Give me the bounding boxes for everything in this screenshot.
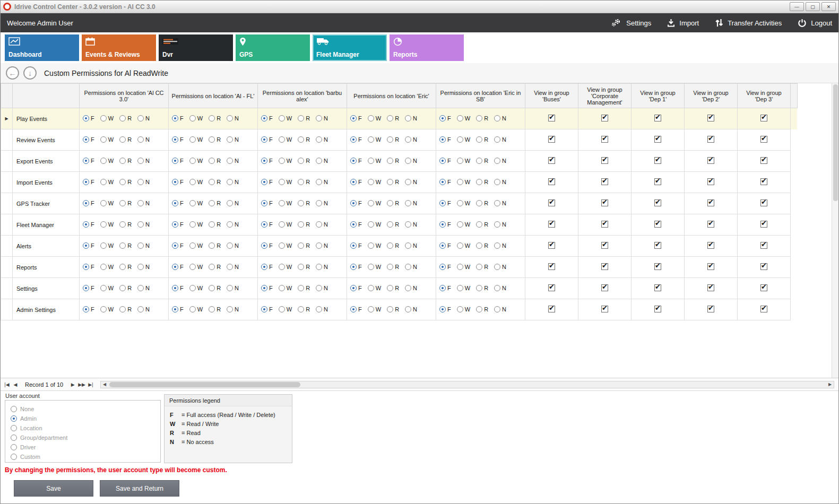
view-group-checkbox[interactable] [601, 199, 608, 206]
radio-option-f[interactable]: F [261, 158, 273, 164]
radio-option-w[interactable]: W [368, 242, 381, 249]
first-record-button[interactable]: |◀ [3, 382, 11, 387]
grid-row-fleet-manager[interactable]: Fleet ManagerFWRNFWRNFWRNFWRNFWRN [1, 214, 798, 236]
view-group-checkbox[interactable] [548, 242, 555, 249]
radio-option-n[interactable]: N [137, 158, 150, 164]
radio-option-f[interactable]: F [261, 306, 273, 312]
radio-option-w[interactable]: W [279, 200, 292, 206]
radio-option-r[interactable]: R [298, 306, 310, 312]
view-group-checkbox[interactable] [707, 221, 714, 228]
radio-option-n[interactable]: N [494, 179, 506, 185]
radio-option-r[interactable]: R [298, 200, 310, 206]
radio-option-r[interactable]: R [209, 200, 221, 206]
radio-option-r[interactable]: R [119, 264, 132, 270]
radio-option-r[interactable]: R [298, 179, 310, 185]
radio-option-w[interactable]: W [100, 179, 114, 185]
radio-option-w[interactable]: W [189, 306, 203, 312]
radio-option-r[interactable]: R [298, 242, 310, 249]
view-group-checkbox[interactable] [707, 199, 714, 206]
radio-option-w[interactable]: W [189, 264, 203, 270]
view-group-checkbox[interactable] [707, 178, 714, 185]
radio-option-r[interactable]: R [476, 200, 488, 206]
radio-option-n[interactable]: N [494, 264, 506, 270]
grid-row-settings[interactable]: SettingsFWRNFWRNFWRNFWRNFWRN [1, 278, 798, 299]
radio-option-f[interactable]: F [439, 306, 451, 312]
radio-option-w[interactable]: W [368, 264, 381, 270]
radio-option-r[interactable]: R [119, 179, 132, 185]
tab-reports[interactable]: Reports [390, 34, 464, 61]
view-group-checkbox[interactable] [601, 306, 608, 312]
radio-option-r[interactable]: R [387, 264, 399, 270]
radio-option-r[interactable]: R [209, 242, 221, 249]
radio-option-f[interactable]: F [172, 115, 184, 121]
radio-option-n[interactable]: N [405, 200, 417, 206]
radio-option-r[interactable]: R [476, 306, 488, 312]
radio-option-f[interactable]: F [350, 264, 362, 270]
view-group-checkbox[interactable] [654, 221, 661, 228]
radio-option-n[interactable]: N [405, 158, 417, 164]
radio-option-n[interactable]: N [405, 179, 417, 185]
radio-option-w[interactable]: W [100, 285, 114, 291]
view-group-checkbox[interactable] [548, 199, 555, 206]
radio-option-w[interactable]: W [100, 221, 114, 228]
grid-row-play-events[interactable]: ▶Play EventsFWRNFWRNFWRNFWRNFWRN [1, 108, 798, 129]
user-account-option-none[interactable]: None [11, 404, 155, 414]
group-column-header-4[interactable]: View in group 'Dep 3' [738, 84, 791, 108]
save-button[interactable]: Save [14, 480, 93, 497]
radio-option-f[interactable]: F [439, 221, 451, 228]
radio-option-f[interactable]: F [172, 242, 184, 249]
radio-option-f[interactable]: F [261, 242, 273, 249]
radio-option-r[interactable]: R [119, 221, 132, 228]
radio-option-f[interactable]: F [83, 221, 94, 228]
radio-option-r[interactable]: R [119, 136, 132, 143]
radio-option-w[interactable]: W [279, 221, 292, 228]
radio-option-r[interactable]: R [476, 158, 488, 164]
view-group-checkbox[interactable] [760, 284, 767, 291]
radio-option-w[interactable]: W [368, 136, 381, 143]
radio-option-n[interactable]: N [405, 242, 417, 249]
view-group-checkbox[interactable] [601, 284, 608, 291]
last-record-button[interactable]: ▶| [87, 382, 95, 387]
radio-option-n[interactable]: N [316, 179, 328, 185]
radio-option-f[interactable]: F [261, 136, 273, 143]
radio-option-r[interactable]: R [387, 242, 399, 249]
grid-row-review-events[interactable]: Review EventsFWRNFWRNFWRNFWRNFWRN [1, 129, 798, 151]
radio-option-n[interactable]: N [227, 221, 239, 228]
radio-option-r[interactable]: R [387, 285, 399, 291]
view-group-checkbox[interactable] [760, 199, 767, 206]
radio-option-n[interactable]: N [405, 221, 417, 228]
radio-option-w[interactable]: W [457, 158, 470, 164]
radio-option-r[interactable]: R [119, 158, 132, 164]
radio-option-f[interactable]: F [83, 264, 94, 270]
import-button[interactable]: Import [667, 19, 699, 27]
radio-option-f[interactable]: F [83, 306, 94, 312]
location-column-header-2[interactable]: Permissions on location 'barbu alex' [258, 84, 347, 108]
radio-option-n[interactable]: N [137, 264, 150, 270]
radio-option-w[interactable]: W [100, 200, 114, 206]
radio-option-f[interactable]: F [439, 136, 451, 143]
view-group-checkbox[interactable] [601, 221, 608, 228]
grid-row-import-events[interactable]: Import EventsFWRNFWRNFWRNFWRNFWRN [1, 172, 798, 193]
radio-option-w[interactable]: W [368, 285, 381, 291]
view-group-checkbox[interactable] [548, 263, 555, 270]
radio-option-n[interactable]: N [227, 264, 239, 270]
grid-row-export-events[interactable]: Export EventsFWRNFWRNFWRNFWRNFWRN [1, 151, 798, 172]
next-record-button[interactable]: ▶ [68, 382, 77, 387]
radio-option-w[interactable]: W [279, 242, 292, 249]
user-account-option-group-department[interactable]: Group/department [11, 433, 155, 442]
radio-option-f[interactable]: F [439, 264, 451, 270]
radio-option-w[interactable]: W [189, 242, 203, 249]
view-group-checkbox[interactable] [601, 242, 608, 249]
radio-option-f[interactable]: F [350, 115, 362, 121]
view-group-checkbox[interactable] [548, 306, 555, 312]
view-group-checkbox[interactable] [707, 136, 714, 143]
radio-option-w[interactable]: W [100, 306, 114, 312]
radio-option-f[interactable]: F [83, 136, 94, 143]
radio-option-r[interactable]: R [209, 285, 221, 291]
view-group-checkbox[interactable] [548, 157, 555, 164]
scroll-left-arrow-icon[interactable]: ◀ [101, 382, 108, 387]
radio-option-w[interactable]: W [368, 115, 381, 121]
radio-option-f[interactable]: F [83, 200, 94, 206]
radio-option-f[interactable]: F [350, 221, 362, 228]
location-column-header-3[interactable]: Permissions on location 'Eric' [347, 84, 436, 108]
